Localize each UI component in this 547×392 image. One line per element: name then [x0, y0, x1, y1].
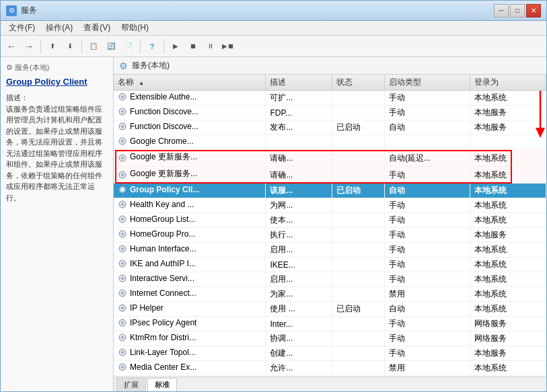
left-panel-service-name[interactable]: Group Policy Client	[6, 77, 108, 87]
service-login-cell	[470, 135, 546, 150]
refresh-button[interactable]: 🔄	[103, 38, 119, 54]
service-startup-cell: 禁用	[384, 287, 470, 302]
service-desc-cell: 执行...	[266, 228, 332, 243]
col-login[interactable]: 登录为	[470, 75, 546, 91]
service-icon	[118, 107, 127, 116]
back-button[interactable]: ←	[3, 38, 20, 54]
col-desc[interactable]: 描述	[266, 75, 332, 91]
table-row[interactable]: IKE and AuthIP I...IKEE...手动本地系统	[114, 258, 546, 272]
toolbar-separator-3	[140, 40, 141, 53]
table-row[interactable]: Media Center Ex...允许...禁用本地系统	[114, 361, 546, 376]
table-row[interactable]: HomeGroup Pro...执行...手动本地服务	[114, 228, 546, 243]
maximize-button[interactable]: □	[510, 4, 525, 17]
service-startup-cell: 手动	[384, 331, 470, 346]
menu-help[interactable]: 帮助(H)	[116, 21, 154, 35]
play-button[interactable]: ▶	[168, 38, 184, 54]
export-button[interactable]: 📄	[120, 38, 137, 54]
table-row[interactable]: Google 更新服务...请确...手动本地系统	[114, 167, 546, 184]
svg-point-19	[121, 233, 124, 235]
service-login-cell: 本地服务	[470, 106, 546, 120]
service-login-cell: 本地服务	[470, 346, 546, 361]
table-row[interactable]: Extensible Authe...可扩...手动本地系统	[114, 91, 546, 106]
col-startup[interactable]: 启动类型	[384, 75, 470, 91]
service-icon	[118, 136, 127, 146]
service-icon	[118, 288, 127, 298]
service-status-cell	[332, 287, 385, 302]
table-row[interactable]: Function Discove...发布...已启动自动本地服务	[114, 120, 546, 135]
tab-expand[interactable]: 扩展	[116, 378, 146, 391]
service-status-cell	[332, 317, 385, 331]
service-status-cell	[332, 106, 385, 120]
service-name-cell: HomeGroup List...	[114, 213, 266, 228]
service-name-text: Group Policy Cli...	[130, 185, 199, 194]
svg-point-23	[121, 262, 124, 265]
forward-button[interactable]: →	[21, 38, 37, 54]
services-table[interactable]: 名称 ▲ 描述 状态 启动类型 登录为 Extensible Auth	[114, 75, 546, 377]
service-status-cell	[332, 243, 385, 258]
service-login-cell: 本地系统	[470, 167, 546, 184]
table-row[interactable]: Function Discove...FDP...手动本地服务	[114, 106, 546, 120]
table-row[interactable]: Link-Layer Topol...创建...手动本地服务	[114, 346, 546, 361]
table-row[interactable]: IP Helper使用 ...已启动自动本地系统	[114, 302, 546, 317]
col-name[interactable]: 名称 ▲	[114, 75, 266, 91]
toolbar-separator-4	[163, 40, 164, 53]
service-login-cell: 本地系统	[470, 361, 546, 376]
table-row[interactable]: Google 更新服务...请确...自动(延迟...本地系统	[114, 150, 546, 167]
window: ⚙ 服务 ─ □ ✕ 文件(F) 操作(A) 查看(V) 帮助(H) ← → ⬆…	[0, 0, 547, 392]
browse-button[interactable]: 📋	[85, 38, 102, 54]
toolbar-separator-1	[40, 40, 41, 53]
service-name-text: Interactive Servi...	[130, 274, 194, 283]
help-button[interactable]: ?	[144, 38, 160, 54]
service-icon	[118, 333, 127, 342]
minimize-button[interactable]: ─	[494, 4, 509, 17]
col-status[interactable]: 状态	[332, 75, 385, 91]
service-desc-cell: 为网...	[266, 198, 332, 213]
table-row[interactable]: Group Policy Cli...该服...已启动自动本地系统	[114, 184, 546, 198]
stop-button[interactable]: ⏹	[185, 38, 201, 54]
service-icon	[118, 244, 127, 253]
pause-button[interactable]: ⏸	[203, 38, 219, 54]
up-button[interactable]: ⬆	[44, 38, 61, 54]
show-hide-button[interactable]: ⬇	[62, 38, 78, 54]
service-startup-cell: 手动	[384, 106, 470, 120]
menu-bar: 文件(F) 操作(A) 查看(V) 帮助(H)	[1, 21, 546, 36]
service-startup-cell: 手动	[384, 198, 470, 213]
service-name-text: IKE and AuthIP I...	[130, 259, 196, 268]
table-row[interactable]: Internet Connect...为家...禁用本地系统	[114, 287, 546, 302]
svg-point-5	[121, 125, 124, 128]
service-login-cell: 本地系统	[470, 302, 546, 317]
service-status-cell	[332, 258, 385, 272]
close-button[interactable]: ✕	[526, 4, 541, 17]
menu-file[interactable]: 文件(F)	[3, 21, 40, 35]
table-row[interactable]: Interactive Servi...启用...手动本地系统	[114, 272, 546, 287]
svg-point-11	[121, 173, 124, 176]
menu-view[interactable]: 查看(V)	[78, 21, 116, 35]
service-startup-cell: 手动	[384, 228, 470, 243]
table-row[interactable]: Google Chrome...	[114, 135, 546, 150]
table-row[interactable]: KtmRm for Distri...协调...手动网络服务	[114, 331, 546, 346]
window-icon: ⚙	[6, 5, 17, 16]
table-row[interactable]: IPsec Policy AgentInter...手动网络服务	[114, 317, 546, 331]
service-status-cell: 已启动	[332, 302, 385, 317]
right-panel-header: ⚙ 服务(本地)	[114, 57, 546, 75]
menu-action[interactable]: 操作(A)	[40, 21, 78, 35]
service-status-cell	[332, 91, 385, 106]
service-status-cell: 已启动	[332, 120, 385, 135]
tab-standard[interactable]: 标准	[147, 378, 177, 391]
table-row[interactable]: Human Interface...启用...手动本地系统	[114, 243, 546, 258]
tab-bar: 扩展 标准	[114, 377, 546, 391]
service-startup-cell: 手动	[384, 258, 470, 272]
service-status-cell	[332, 228, 385, 243]
svg-point-35	[121, 351, 124, 354]
left-panel-section-label: ⚙ 服务(本地)	[6, 63, 108, 73]
service-desc-cell: 为家...	[266, 287, 332, 302]
service-name-text: Function Discove...	[130, 122, 198, 131]
table-row[interactable]: HomeGroup List...使本...手动本地系统	[114, 213, 546, 228]
table-row[interactable]: Health Key and ...为网...手动本地系统	[114, 198, 546, 213]
service-name-cell: Function Discove...	[114, 106, 266, 120]
service-desc-cell: 发布...	[266, 120, 332, 135]
service-icon	[118, 200, 127, 209]
service-login-cell: 本地服务	[470, 120, 546, 135]
svg-point-25	[121, 277, 124, 280]
restart-button[interactable]: ▶⏹	[220, 38, 236, 54]
